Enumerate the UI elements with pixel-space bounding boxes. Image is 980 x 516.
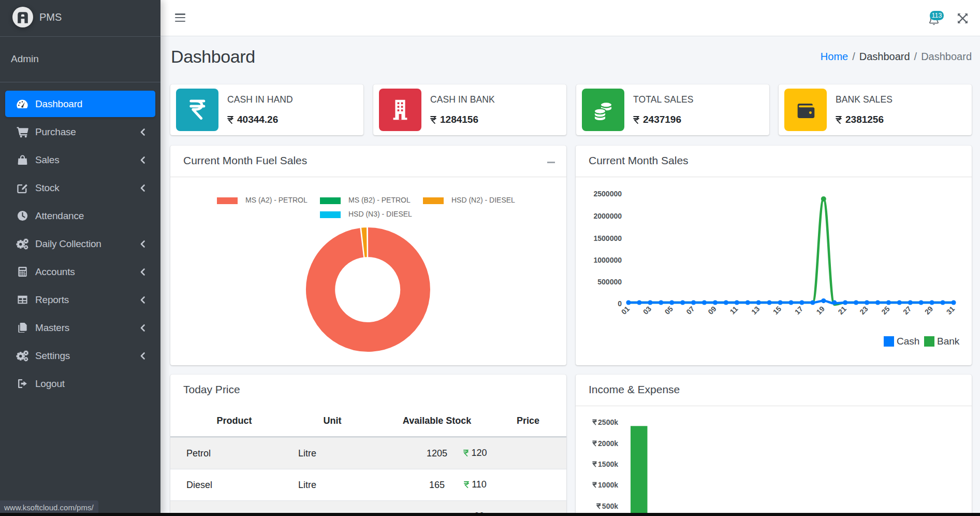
svg-text:11: 11: [728, 305, 740, 316]
svg-text:Bank: Bank: [937, 336, 960, 347]
svg-text:23: 23: [858, 305, 869, 316]
svg-text:03: 03: [641, 305, 653, 316]
svg-text:2500000: 2500000: [593, 190, 622, 198]
svg-text:13: 13: [750, 305, 761, 316]
svg-text:0: 0: [618, 299, 622, 308]
svg-text:500000: 500000: [597, 278, 622, 286]
svg-text:09: 09: [706, 305, 718, 316]
svg-text:31: 31: [945, 305, 956, 316]
svg-text:19: 19: [815, 305, 826, 316]
svg-text:1500000: 1500000: [593, 234, 622, 242]
svg-text:25: 25: [880, 305, 891, 316]
svg-text:07: 07: [684, 305, 696, 316]
svg-text:2000k: 2000k: [598, 439, 618, 448]
svg-text:05: 05: [663, 305, 674, 316]
svg-text:500k: 500k: [602, 502, 618, 510]
svg-text:1000000: 1000000: [593, 256, 622, 264]
svg-text:2000000: 2000000: [593, 212, 622, 220]
svg-text:1500k: 1500k: [598, 460, 618, 468]
svg-text:1000k: 1000k: [598, 481, 618, 489]
svg-text:17: 17: [793, 305, 805, 316]
svg-text:2500k: 2500k: [598, 418, 618, 426]
svg-text:Cash: Cash: [897, 336, 919, 347]
svg-text:21: 21: [836, 305, 847, 316]
svg-text:27: 27: [901, 305, 913, 316]
svg-text:29: 29: [923, 305, 934, 316]
svg-text:15: 15: [771, 305, 783, 316]
